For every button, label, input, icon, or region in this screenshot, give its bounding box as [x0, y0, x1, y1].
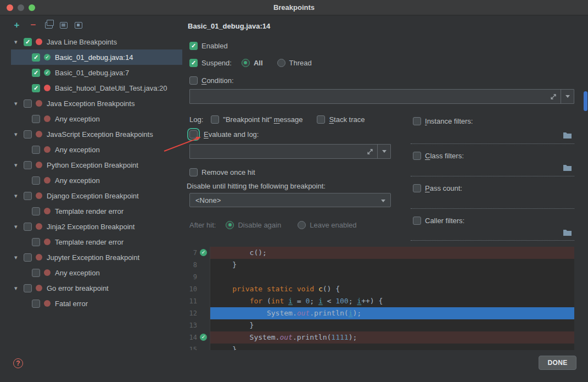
tree-item-row[interactable]: Template render error [11, 234, 182, 250]
code-text [210, 271, 574, 283]
tree-item-row[interactable]: Basic_01_debug.java:14 [11, 49, 182, 65]
code-token: } [215, 261, 237, 269]
chevron-down-icon[interactable]: ▾ [14, 285, 21, 292]
breakpoint-checkbox[interactable] [24, 284, 32, 292]
condition-checkbox[interactable] [189, 76, 198, 85]
breakpoint-checkbox[interactable] [24, 253, 32, 262]
breakpoint-checkbox[interactable] [24, 38, 32, 46]
folder-icon[interactable] [563, 229, 572, 236]
remove-once-checkbox[interactable] [189, 168, 198, 176]
done-button[interactable]: DONE [539, 356, 576, 370]
breakpoint-checkbox[interactable] [32, 69, 40, 77]
breakpoint-checkbox[interactable] [24, 192, 32, 200]
chevron-down-icon[interactable]: ▾ [14, 192, 21, 200]
suspend-checkbox[interactable] [189, 59, 198, 67]
suspend-all-radio[interactable] [242, 59, 250, 67]
code-token: () { [323, 285, 340, 293]
tree-group-row[interactable]: ▾Jupyter Exception Breakpoint [11, 250, 182, 265]
chevron-down-icon [382, 150, 387, 153]
chevron-down-icon[interactable]: ▾ [14, 223, 21, 230]
tree-item-label: Go error breakpoint [47, 284, 109, 292]
remove-breakpoint-icon[interactable]: − [29, 21, 38, 30]
breakpoint-checkbox[interactable] [32, 53, 40, 62]
tree-group-row[interactable]: ▾Python Exception Breakpoint [11, 157, 182, 173]
evaluate-checkbox[interactable] [189, 130, 198, 139]
code-token: System. [215, 333, 279, 341]
help-button[interactable]: ? [13, 358, 23, 368]
caller-filters-checkbox[interactable] [413, 217, 421, 225]
log-message-checkbox[interactable] [211, 115, 219, 124]
tree-group-row[interactable]: ▾Django Exception Breakpoint [11, 188, 182, 203]
suspend-thread-radio[interactable] [277, 59, 285, 67]
tree-group-row[interactable]: ▾Go error breakpoint [11, 280, 182, 296]
tree-group-row[interactable]: ▾JavaScript Exception Breakpoints [11, 126, 182, 142]
chevron-down-icon[interactable]: ▾ [14, 254, 21, 261]
disable-again-radio[interactable] [226, 221, 234, 229]
evaluate-field[interactable] [189, 144, 391, 159]
expand-icon[interactable] [550, 93, 557, 100]
group-by-file-icon[interactable] [45, 22, 53, 29]
tree-item-row[interactable]: Any exception [11, 142, 182, 157]
tree-item-row[interactable]: Any exception [11, 111, 182, 126]
tree-item-row[interactable]: Basic_hutool_DateUtil_Test.java:20 [11, 80, 182, 96]
caller-filters-field[interactable] [411, 240, 574, 241]
code-token: c [318, 285, 323, 293]
tree-item-row[interactable]: Basic_01_debug.java:7 [11, 65, 182, 80]
enabled-label: Enabled [201, 42, 228, 50]
breakpoint-checkbox[interactable] [24, 223, 32, 231]
group-by-package-icon[interactable] [75, 22, 82, 29]
instance-filters-field[interactable] [411, 143, 574, 144]
disable-until-combo[interactable]: <None> [189, 193, 391, 207]
class-filters-field[interactable] [411, 176, 574, 176]
tree-group-row[interactable]: ▾Java Exception Breakpoints [11, 96, 182, 111]
breakpoint-checkbox[interactable] [32, 207, 40, 215]
evaluate-history-button[interactable] [377, 145, 390, 158]
breakpoint-checkbox[interactable] [32, 300, 40, 308]
verified-breakpoint-icon [44, 54, 51, 60]
tree-item-row[interactable]: Fatal error [11, 296, 182, 311]
breakpoint-checkbox[interactable] [24, 130, 32, 139]
chevron-down-icon[interactable]: ▾ [14, 38, 21, 46]
instance-filters-checkbox[interactable] [413, 117, 421, 125]
condition-field[interactable] [189, 89, 574, 104]
chevron-down-icon [565, 95, 570, 98]
breakpoint-checkbox[interactable] [24, 99, 32, 108]
enabled-checkbox[interactable] [189, 42, 198, 50]
tree-item-row[interactable]: Any exception [11, 173, 182, 188]
breakpoint-checkbox[interactable] [32, 84, 40, 92]
pass-count-row: Pass count: [413, 182, 462, 193]
tree-group-row[interactable]: ▾Java Line Breakpoints [11, 34, 182, 49]
verified-breakpoint-icon[interactable]: ✓ [200, 334, 207, 341]
tree-item-row[interactable]: Any exception [11, 265, 182, 280]
breakpoint-checkbox[interactable] [32, 238, 40, 246]
chevron-down-icon[interactable]: ▾ [14, 131, 21, 138]
breakpoint-checkbox[interactable] [32, 269, 40, 277]
scrollbar-thumb[interactable] [584, 91, 587, 111]
breakpoint-icon [44, 85, 51, 91]
verified-breakpoint-icon[interactable]: ✓ [200, 249, 207, 256]
code-token [215, 285, 232, 293]
breakpoint-checkbox[interactable] [32, 176, 40, 185]
breakpoint-checkbox[interactable] [32, 115, 40, 123]
tree-item-label: Basic_01_debug.java:14 [55, 53, 133, 62]
condition-history-button[interactable] [561, 90, 574, 103]
folder-icon[interactable] [563, 164, 572, 171]
breakpoint-checkbox[interactable] [32, 146, 40, 154]
pass-count-field[interactable] [411, 208, 574, 209]
pass-count-checkbox[interactable] [413, 184, 421, 192]
breakpoint-checkbox[interactable] [24, 161, 32, 169]
class-filters-checkbox[interactable] [413, 152, 421, 160]
add-breakpoint-icon[interactable]: + [12, 21, 21, 30]
folder-icon[interactable] [563, 131, 572, 139]
group-by-class-icon[interactable] [60, 22, 68, 29]
line-number: 15 [185, 344, 197, 350]
stack-trace-checkbox[interactable] [317, 115, 325, 124]
leave-enabled-radio[interactable] [298, 221, 306, 229]
tree-group-row[interactable]: ▾Jinja2 Exception Breakpoint [11, 219, 182, 234]
chevron-down-icon[interactable]: ▾ [14, 162, 21, 169]
code-token: < [323, 297, 335, 305]
code-line: 7✓ c(); [185, 247, 574, 259]
chevron-down-icon[interactable]: ▾ [14, 100, 21, 107]
expand-icon[interactable] [367, 148, 373, 155]
tree-item-row[interactable]: Template render error [11, 203, 182, 219]
